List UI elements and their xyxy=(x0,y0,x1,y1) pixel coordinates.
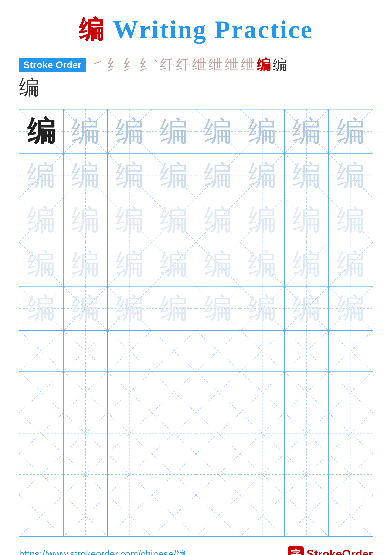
svg-line-296 xyxy=(108,495,152,536)
grid-cell-4-7[interactable]: 编 xyxy=(285,242,329,286)
char-4-3: 编 xyxy=(115,245,144,283)
practice-9-4[interactable] xyxy=(152,454,196,495)
svg-line-244 xyxy=(240,413,284,454)
grid-cell-1-7[interactable]: 编 xyxy=(285,110,329,154)
practice-10-5[interactable] xyxy=(196,495,241,536)
grid-cell-1-4[interactable]: 编 xyxy=(152,110,196,154)
practice-9-6[interactable] xyxy=(240,454,285,495)
practice-6-5[interactable] xyxy=(196,331,241,372)
practice-6-8[interactable] xyxy=(329,331,373,372)
grid-cell-3-6[interactable]: 编 xyxy=(240,198,285,242)
practice-10-6[interactable] xyxy=(240,495,285,536)
practice-10-7[interactable] xyxy=(285,495,329,536)
practice-8-8[interactable] xyxy=(329,413,373,454)
char-4-5: 编 xyxy=(204,245,232,283)
grid-cell-5-2[interactable]: 编 xyxy=(64,286,108,331)
practice-7-3[interactable] xyxy=(108,372,152,413)
grid-row-8 xyxy=(19,413,373,454)
char-5-2: 编 xyxy=(71,289,100,328)
practice-7-7[interactable] xyxy=(285,372,329,413)
practice-8-3[interactable] xyxy=(108,413,152,454)
grid-cell-3-1[interactable]: 编 xyxy=(19,198,64,242)
grid-cell-1-8[interactable]: 编 xyxy=(329,110,373,154)
practice-6-3[interactable] xyxy=(108,331,152,372)
practice-9-8[interactable] xyxy=(329,454,373,495)
grid-cell-1-6[interactable]: 编 xyxy=(240,110,285,154)
grid-cell-4-2[interactable]: 编 xyxy=(64,242,108,286)
practice-9-2[interactable] xyxy=(64,454,108,495)
svg-line-213 xyxy=(240,372,284,413)
svg-line-221 xyxy=(329,372,373,413)
char-2-6: 编 xyxy=(248,156,277,195)
practice-7-2[interactable] xyxy=(64,372,108,413)
grid-cell-5-6[interactable]: 编 xyxy=(240,286,285,331)
svg-line-257 xyxy=(19,454,63,495)
grid-cell-2-5[interactable]: 编 xyxy=(196,154,241,198)
footer: https://www.strokeorder.com/chinese/编 字 … xyxy=(19,537,373,555)
grid-cell-5-1[interactable]: 编 xyxy=(19,286,64,331)
grid-cell-2-3[interactable]: 编 xyxy=(108,154,152,198)
practice-6-7[interactable] xyxy=(285,331,329,372)
svg-line-297 xyxy=(108,495,152,536)
grid-cell-3-2[interactable]: 编 xyxy=(64,198,108,242)
grid-cell-1-3[interactable]: 编 xyxy=(108,110,152,154)
practice-9-5[interactable] xyxy=(196,454,241,495)
grid-cell-2-1[interactable]: 编 xyxy=(19,154,64,198)
grid-cell-4-8[interactable]: 编 xyxy=(329,242,373,286)
practice-8-1[interactable] xyxy=(19,413,64,454)
practice-7-8[interactable] xyxy=(329,372,373,413)
char-2-8: 编 xyxy=(336,156,365,195)
practice-9-1[interactable] xyxy=(19,454,64,495)
grid-cell-1-2[interactable]: 编 xyxy=(64,110,108,154)
practice-6-6[interactable] xyxy=(240,331,285,372)
grid-cell-4-3[interactable]: 编 xyxy=(108,242,152,286)
svg-line-201 xyxy=(108,372,152,413)
grid-cell-2-8[interactable]: 编 xyxy=(329,154,373,198)
practice-6-4[interactable] xyxy=(152,331,196,372)
practice-8-4[interactable] xyxy=(152,413,196,454)
svg-line-176 xyxy=(196,331,240,372)
practice-8-6[interactable] xyxy=(240,413,285,454)
practice-7-5[interactable] xyxy=(196,372,241,413)
grid-cell-1-1[interactable]: 编 xyxy=(19,110,64,154)
grid-cell-4-5[interactable]: 编 xyxy=(196,242,241,286)
practice-8-2[interactable] xyxy=(64,413,108,454)
grid-cell-5-5[interactable]: 编 xyxy=(196,286,241,331)
grid-cell-5-8[interactable]: 编 xyxy=(329,286,373,331)
grid-cell-5-4[interactable]: 编 xyxy=(152,286,196,331)
grid-cell-5-3[interactable]: 编 xyxy=(108,286,152,331)
grid-cell-5-7[interactable]: 编 xyxy=(285,286,329,331)
char-4-7: 编 xyxy=(292,245,321,283)
practice-7-6[interactable] xyxy=(240,372,285,413)
footer-url[interactable]: https://www.strokeorder.com/chinese/编 xyxy=(19,548,186,555)
practice-7-4[interactable] xyxy=(152,372,196,413)
grid-cell-1-5[interactable]: 编 xyxy=(196,110,241,154)
grid-cell-3-5[interactable]: 编 xyxy=(196,198,241,242)
practice-9-3[interactable] xyxy=(108,454,152,495)
grid-cell-4-1[interactable]: 编 xyxy=(19,242,64,286)
svg-line-161 xyxy=(19,331,63,372)
practice-7-1[interactable] xyxy=(19,372,64,413)
grid-cell-4-4[interactable]: 编 xyxy=(152,242,196,286)
practice-8-5[interactable] xyxy=(196,413,241,454)
practice-9-7[interactable] xyxy=(285,454,329,495)
grid-cell-2-2[interactable]: 编 xyxy=(64,154,108,198)
svg-line-284 xyxy=(329,454,373,495)
practice-10-1[interactable] xyxy=(19,495,64,536)
grid-cell-3-7[interactable]: 编 xyxy=(285,198,329,242)
practice-10-4[interactable] xyxy=(152,495,196,536)
practice-8-7[interactable] xyxy=(285,413,329,454)
grid-cell-3-3[interactable]: 编 xyxy=(108,198,152,242)
practice-10-3[interactable] xyxy=(108,495,152,536)
practice-10-2[interactable] xyxy=(64,495,108,536)
svg-line-180 xyxy=(240,331,284,372)
practice-10-8[interactable] xyxy=(329,495,373,536)
grid-cell-2-6[interactable]: 编 xyxy=(240,154,285,198)
grid-cell-4-6[interactable]: 编 xyxy=(240,242,285,286)
grid-cell-2-4[interactable]: 编 xyxy=(152,154,196,198)
grid-cell-2-7[interactable]: 编 xyxy=(285,154,329,198)
grid-cell-3-4[interactable]: 编 xyxy=(152,198,196,242)
practice-6-2[interactable] xyxy=(64,331,108,372)
practice-6-1[interactable] xyxy=(19,331,64,372)
grid-cell-3-8[interactable]: 编 xyxy=(329,198,373,242)
